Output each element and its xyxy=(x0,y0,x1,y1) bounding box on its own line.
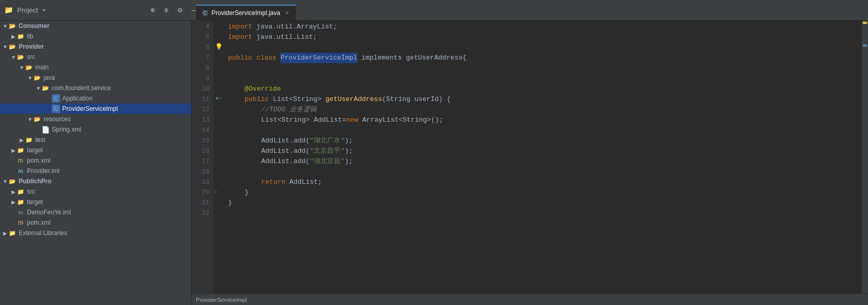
sidebar-item-external-libraries[interactable]: ▶ 📁 External Libraries xyxy=(0,228,191,238)
string-15: "湖北广水" xyxy=(310,136,345,146)
generic-11: <String> xyxy=(289,94,325,105)
main-label: main xyxy=(35,64,49,71)
ln-16: 16 xyxy=(192,146,209,156)
code-line-17: AddList.add("湖北宜昌"); xyxy=(228,156,862,167)
import-kw-5: import xyxy=(228,32,257,42)
sidebar-item-provider-target[interactable]: ▶ 📁 target xyxy=(0,145,191,155)
gutter-icons: 💡 ● ○ ○ xyxy=(214,21,224,294)
sidebar-item-providerserviceimpl[interactable]: ▶ C ProviderServiceImpl xyxy=(0,104,191,114)
resources-folder-icon: 📂 xyxy=(33,115,41,123)
code-line-16: AddList.add("北京昌平"); xyxy=(228,146,862,156)
bulb-icon[interactable]: 💡 xyxy=(215,43,223,51)
code-line-13: List<String> AddList=new ArrayList<Strin… xyxy=(228,115,862,125)
sidebar-item-pp-pom[interactable]: ▶ m pom.xml xyxy=(0,217,191,228)
lib-arrow: ▶ xyxy=(10,34,17,39)
code-editor[interactable]: import java.util.ArrayList; import java.… xyxy=(224,21,862,294)
right-gutter xyxy=(862,21,868,294)
project-dropdown-arrow[interactable]: ▾ xyxy=(42,7,46,13)
ln-22: 22 xyxy=(192,208,209,219)
code-line-5: import java.util.List; xyxy=(228,32,862,42)
minimize-icon[interactable]: — xyxy=(192,6,196,14)
code-line-22 xyxy=(228,208,862,219)
test-arrow: ▶ xyxy=(19,137,25,143)
sidebar-item-resources[interactable]: ▼ 📂 resources xyxy=(0,114,191,124)
sidebar-item-publichpro-target[interactable]: ▶ 📁 target xyxy=(0,197,191,207)
code-line-8 xyxy=(228,63,862,74)
src-folder-icon: 📂 xyxy=(17,53,25,61)
ln-17: 17 xyxy=(192,156,209,167)
editor-area: 4 5 6 7 8 9 10 11 12 13 14 15 16 17 18 1… xyxy=(192,21,868,305)
gutter-13 xyxy=(214,114,224,124)
ln-6: 6 xyxy=(192,42,209,53)
sidebar-item-main[interactable]: ▼ 📂 main xyxy=(0,62,191,72)
right-indicator-yellow xyxy=(863,22,867,24)
code-line-7: public class ProviderServiceImpl impleme… xyxy=(228,53,862,63)
ln-11: 11 xyxy=(192,94,209,105)
interface-7: getUserAddress xyxy=(406,53,462,63)
gutter-21 xyxy=(214,197,224,207)
sidebar-item-application[interactable]: ▶ C Application xyxy=(0,93,191,104)
provider-target-label: target xyxy=(27,147,43,154)
sidebar-item-publichpro-src[interactable]: ▶ 📁 src xyxy=(0,186,191,197)
sidebar-item-lib[interactable]: ▶ 📁 lib xyxy=(0,31,191,41)
sidebar-item-publichpro[interactable]: ▼ 📂 PublichPro xyxy=(0,176,191,186)
list-type: List xyxy=(273,94,289,105)
comment-12: //TODO 业务逻辑 xyxy=(261,105,317,115)
string-16: "北京昌平" xyxy=(310,146,345,156)
ln-7: 7 xyxy=(192,53,209,63)
sidebar-item-consumer[interactable]: ▼ 📂 Consumer xyxy=(0,21,191,31)
main-folder-icon: 📂 xyxy=(25,63,33,71)
tab-close-icon[interactable]: × xyxy=(286,9,289,17)
title-bar: 📁 Project ▾ ⊕ ≑ ⚙ — C ProviderServiceImp… xyxy=(0,0,868,21)
publichpro-arrow: ▼ xyxy=(2,179,8,184)
addlist-call-16: AddList.add( xyxy=(261,146,310,156)
gear-icon[interactable]: ⚙ xyxy=(178,6,182,14)
main-content: ▼ 📂 Consumer ▶ 📁 lib ▼ 📂 Provider ▼ 📂 sr… xyxy=(0,21,868,305)
override-mark-icon: ● xyxy=(215,95,219,101)
new-kw: new xyxy=(346,115,362,125)
editor-tab-providerserviceimpl[interactable]: C ProviderServiceImpl.java × xyxy=(196,5,296,20)
gutter-8 xyxy=(214,62,224,72)
sidebar-item-pom[interactable]: ▶ m pom.xml xyxy=(0,155,191,166)
sidebar-item-springxml[interactable]: ▶ 📄 Spring.xml xyxy=(0,124,191,135)
code-line-4: import java.util.ArrayList; xyxy=(228,22,862,32)
java-folder-icon: 📂 xyxy=(33,74,41,82)
application-label: Application xyxy=(62,95,93,102)
impl-mark-icon: ○ xyxy=(219,95,222,101)
add-module-icon[interactable]: ⊕ xyxy=(150,6,154,14)
ln-14: 14 xyxy=(192,125,209,136)
ln-12: 12 xyxy=(192,105,209,115)
provider-folder-icon: 📂 xyxy=(8,42,17,51)
sidebar-item-src[interactable]: ▼ 📂 src xyxy=(0,52,191,62)
public-kw-11: public xyxy=(245,94,273,105)
publichpro-label: PublichPro xyxy=(19,178,51,185)
sidebar-item-demofenye[interactable]: ▶ m DemoFenYe.iml xyxy=(0,207,191,217)
right-indicator-blue xyxy=(863,45,867,47)
settings-tree-icon[interactable]: ≑ xyxy=(164,6,168,14)
java-arrow: ▼ xyxy=(27,75,33,81)
class-kw-7: class xyxy=(257,53,281,63)
brace-open-7: { xyxy=(463,53,467,63)
consumer-folder-icon: 📂 xyxy=(8,22,17,30)
code-line-21: } xyxy=(228,198,862,208)
pom-label: pom.xml xyxy=(27,157,50,164)
sidebar-item-java[interactable]: ▼ 📂 java xyxy=(0,72,191,83)
gutter-7 xyxy=(214,52,224,62)
application-file-icon: C xyxy=(52,94,60,103)
consumer-arrow: ▼ xyxy=(2,23,8,29)
sidebar-item-test[interactable]: ▶ 📁 test xyxy=(0,135,191,145)
gutter-17 xyxy=(214,155,224,166)
gutter-14 xyxy=(214,124,224,135)
sidebar-item-provider-iml[interactable]: ▶ m Provider.iml xyxy=(0,166,191,176)
code-area: 4 5 6 7 8 9 10 11 12 13 14 15 16 17 18 1… xyxy=(192,21,868,294)
code-line-9 xyxy=(228,74,862,84)
close-15: ); xyxy=(345,136,353,146)
ln-21: 21 xyxy=(192,198,209,208)
sidebar-item-provider[interactable]: ▼ 📂 Provider xyxy=(0,41,191,52)
project-label[interactable]: Project xyxy=(17,6,38,14)
return-val: AddList; xyxy=(290,177,322,187)
pp-src-arrow: ▶ xyxy=(10,189,17,195)
ln-19: 19 xyxy=(192,177,209,187)
code-line-19: return AddList; xyxy=(228,177,862,187)
sidebar-item-package[interactable]: ▼ 📂 com.founderit.service xyxy=(0,83,191,93)
